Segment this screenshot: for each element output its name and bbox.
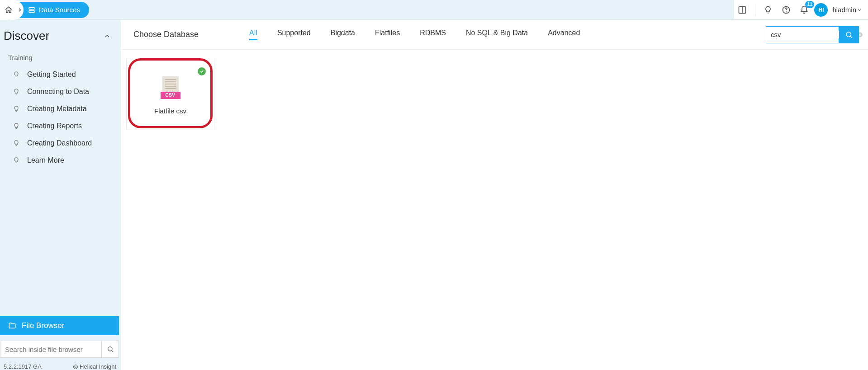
tab-advanced[interactable]: Advanced [548, 29, 580, 40]
svg-rect-1 [29, 10, 34, 12]
sidebar-item-label: Connecting to Data [27, 88, 89, 96]
datasource-card-flatfile-csv[interactable]: CSV Flatfile csv [126, 58, 214, 130]
sidebar-section-label: Training [0, 49, 121, 66]
sidebar-header: Discover [0, 20, 121, 49]
search-button[interactable] [839, 26, 859, 43]
file-browser-button[interactable]: File Browser [0, 316, 119, 335]
tab-label: No SQL & Big Data [466, 29, 528, 37]
datasource-icon [28, 6, 35, 14]
sidebar-item-label: Creating Reports [27, 122, 82, 130]
sidebar-item-connecting-data[interactable]: Connecting to Data [0, 83, 121, 100]
tab-bigdata[interactable]: Bigdata [331, 29, 355, 40]
bulb-icon [13, 88, 20, 95]
sidebar: Discover Training Getting Started Connec… [0, 20, 121, 370]
file-browser-label: File Browser [22, 321, 64, 330]
layout-icon [738, 5, 747, 14]
layout-button[interactable] [734, 2, 750, 18]
divider [755, 4, 755, 16]
topbar-right: 11 HI hiadmin [734, 0, 868, 19]
version-label: 5.2.2.1917 GA [4, 363, 42, 370]
svg-point-4 [786, 11, 787, 12]
tab-label: All [249, 29, 257, 37]
search-group [766, 26, 859, 43]
username-label: hiadmin [832, 6, 856, 14]
search-input-wrap [766, 26, 839, 43]
card-selected-badge [198, 67, 206, 75]
svg-point-6 [74, 365, 78, 369]
tab-label: Bigdata [331, 29, 355, 37]
bulb-icon [13, 105, 20, 112]
sidebar-item-label: Learn More [27, 156, 64, 164]
home-icon [5, 6, 13, 14]
card-grid: CSV Flatfile csv [121, 50, 868, 130]
search-icon [107, 346, 114, 353]
top-bar: Data Sources 11 HI [0, 0, 868, 20]
hint-button[interactable] [760, 2, 776, 18]
avatar[interactable]: HI [814, 3, 828, 17]
sidebar-item-label: Creating Metadata [27, 105, 87, 113]
notification-button[interactable]: 11 [796, 2, 812, 18]
folder-icon [8, 322, 16, 330]
chevron-up-icon [104, 33, 111, 40]
brand-link[interactable]: Helical Insight [73, 363, 116, 370]
sidebar-item-creating-metadata[interactable]: Creating Metadata [0, 100, 121, 117]
sidebar-item-getting-started[interactable]: Getting Started [0, 66, 121, 83]
filter-bar: Choose Database All Supported Bigdata Fl… [121, 20, 868, 50]
bulb-icon [13, 122, 20, 130]
check-icon [199, 69, 204, 74]
tab-supported[interactable]: Supported [277, 29, 311, 40]
sidebar-footer: 5.2.2.1917 GA Helical Insight [0, 361, 121, 370]
sidebar-item-learn-more[interactable]: Learn More [0, 152, 121, 169]
tab-flatfiles[interactable]: Flatfiles [375, 29, 400, 40]
svg-rect-0 [29, 7, 34, 9]
file-browser-search-input[interactable] [0, 341, 102, 358]
bulb-icon [13, 71, 20, 78]
help-icon [782, 5, 791, 14]
tab-label: Flatfiles [375, 29, 400, 37]
tab-label: Supported [277, 29, 311, 37]
content-area: Choose Database All Supported Bigdata Fl… [121, 20, 868, 370]
csv-file-icon: CSV [161, 76, 180, 98]
chevron-right-icon [17, 7, 23, 13]
tab-label: Advanced [548, 29, 580, 37]
sidebar-collapse-button[interactable] [104, 33, 111, 40]
breadcrumb-label: Data Sources [39, 6, 80, 14]
search-icon [845, 31, 853, 39]
user-menu[interactable]: hiadmin [832, 6, 862, 14]
breadcrumb-area: Data Sources [0, 0, 89, 19]
chevron-down-icon [857, 8, 862, 12]
copyright-icon [73, 364, 78, 370]
svg-point-5 [108, 347, 112, 351]
sidebar-item-label: Getting Started [27, 70, 76, 79]
csv-badge: CSV [161, 92, 180, 99]
bulb-icon [764, 5, 773, 14]
help-button[interactable] [778, 2, 794, 18]
notification-badge: 11 [805, 1, 814, 8]
bulb-icon [13, 157, 20, 164]
tab-all[interactable]: All [249, 29, 257, 40]
card-label: Flatfile csv [154, 107, 186, 115]
choose-database-label: Choose Database [133, 30, 199, 39]
file-search-row [0, 341, 119, 358]
breadcrumb-current[interactable]: Data Sources [17, 2, 89, 18]
brand-label: Helical Insight [80, 363, 116, 370]
bulb-icon [13, 140, 20, 147]
sidebar-item-label: Creating Dashboard [27, 139, 92, 147]
avatar-initials: HI [818, 7, 824, 13]
sidebar-title: Discover [4, 29, 49, 43]
tab-label: RDBMS [420, 29, 446, 37]
tabs: All Supported Bigdata Flatfiles RDBMS No… [217, 29, 761, 40]
tab-nosql-bigdata[interactable]: No SQL & Big Data [466, 29, 528, 40]
sidebar-item-creating-reports[interactable]: Creating Reports [0, 117, 121, 135]
file-browser-search-button[interactable] [102, 341, 119, 358]
svg-point-8 [846, 32, 851, 37]
sidebar-item-creating-dashboard[interactable]: Creating Dashboard [0, 135, 121, 152]
tab-rdbms[interactable]: RDBMS [420, 29, 446, 40]
